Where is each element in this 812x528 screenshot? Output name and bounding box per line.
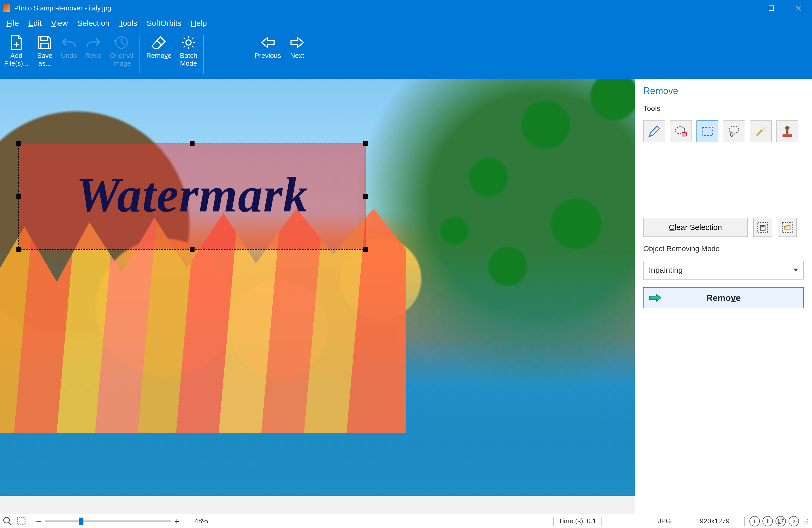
menu-file[interactable]: File xyxy=(6,19,19,28)
toolbar-separator xyxy=(140,35,140,74)
save-selection-button[interactable] xyxy=(753,218,772,237)
clear-selection-button[interactable]: Clear Selection xyxy=(643,218,748,237)
tools-label: Tools xyxy=(643,104,804,113)
resize-handle[interactable] xyxy=(190,141,194,146)
menu-edit[interactable]: Edit xyxy=(28,19,42,28)
fit-screen-icon[interactable] xyxy=(16,516,26,526)
svg-rect-6 xyxy=(41,44,49,48)
mode-label: Object Removing Mode xyxy=(643,245,804,253)
gear-icon xyxy=(181,33,197,52)
svg-point-29 xyxy=(785,126,789,130)
revert-icon xyxy=(114,33,129,52)
menu-help[interactable]: Help xyxy=(191,19,207,28)
thumbnail-strip[interactable] xyxy=(0,496,635,514)
svg-point-25 xyxy=(760,126,762,128)
zoom-icon[interactable] xyxy=(3,516,13,526)
svg-line-15 xyxy=(192,46,193,47)
info-icon[interactable]: i xyxy=(750,516,760,526)
svg-point-24 xyxy=(765,130,766,132)
original-image-label: Original Image xyxy=(110,52,133,67)
youtube-icon[interactable] xyxy=(788,516,799,526)
load-selection-icon xyxy=(781,221,793,233)
window-title: Photo Stamp Remover - italy.jpg xyxy=(14,4,111,12)
batch-mode-label: Batch Mode xyxy=(180,52,198,67)
zoom-slider-thumb[interactable] xyxy=(79,517,84,525)
app-icon xyxy=(3,4,11,12)
resize-handle[interactable] xyxy=(190,247,194,252)
svg-point-41 xyxy=(806,521,807,522)
side-panel: Remove Tools Clear S xyxy=(635,79,812,514)
chevron-down-icon xyxy=(794,268,798,272)
svg-line-14 xyxy=(184,38,185,39)
svg-point-40 xyxy=(807,523,808,524)
save-icon xyxy=(37,33,53,52)
svg-line-17 xyxy=(184,46,185,47)
svg-rect-20 xyxy=(702,127,713,136)
resize-grip-icon[interactable] xyxy=(802,518,809,525)
format-label: JPG xyxy=(658,517,671,525)
undo-label: Undo xyxy=(61,52,77,59)
svg-point-23 xyxy=(763,128,765,129)
maximize-button[interactable] xyxy=(758,0,785,16)
menu-selection[interactable]: Selection xyxy=(77,19,110,28)
panel-remove-button[interactable]: Remove xyxy=(643,287,804,308)
svg-point-39 xyxy=(807,521,808,522)
menu-softorbits[interactable]: SoftOrbits xyxy=(147,19,181,28)
batch-mode-button[interactable]: Batch Mode xyxy=(176,33,202,75)
remove-label: Remove xyxy=(146,52,172,59)
resize-handle[interactable] xyxy=(16,194,21,199)
clear-selection-label: Clear Selection xyxy=(669,223,722,232)
facebook-icon[interactable]: f xyxy=(763,516,773,526)
save-as-label: Save as... xyxy=(37,52,53,67)
ribbon-toolbar: Add File(s)... Save as... Undo Redo Orig… xyxy=(0,30,812,79)
save-as-button[interactable]: Save as... xyxy=(33,33,57,75)
selection-rectangle[interactable]: Watermark xyxy=(19,143,366,249)
svg-line-22 xyxy=(756,130,763,136)
photo-image xyxy=(0,79,635,496)
menu-tools[interactable]: Tools xyxy=(119,19,137,28)
load-selection-button[interactable] xyxy=(778,218,797,237)
close-button[interactable] xyxy=(785,0,812,16)
marker-icon xyxy=(647,124,661,138)
resize-handle[interactable] xyxy=(363,141,368,146)
mode-dropdown[interactable]: Inpainting xyxy=(643,261,804,279)
resize-handle[interactable] xyxy=(16,141,21,146)
stamp-icon xyxy=(780,124,794,138)
undo-button: Undo xyxy=(57,33,81,75)
zoom-in-button[interactable]: + xyxy=(174,518,179,524)
next-button[interactable]: Next xyxy=(285,33,309,75)
canvas[interactable]: Watermark xyxy=(0,79,635,496)
canvas-area: Watermark xyxy=(0,79,635,514)
free-select-tool[interactable] xyxy=(670,120,692,142)
time-label: Time (s): 0.1 xyxy=(559,517,596,525)
twitter-icon[interactable] xyxy=(775,516,786,526)
svg-line-16 xyxy=(192,38,193,39)
minimize-button[interactable] xyxy=(731,0,758,16)
original-image-button: Original Image xyxy=(106,33,137,75)
menu-view[interactable]: View xyxy=(51,19,68,28)
titlebar: Photo Stamp Remover - italy.jpg xyxy=(0,0,812,16)
resize-handle[interactable] xyxy=(16,247,21,252)
menubar: File Edit View Selection Tools SoftOrbit… xyxy=(0,16,812,30)
previous-button[interactable]: Previous xyxy=(250,33,285,75)
svg-rect-19 xyxy=(682,133,687,136)
resize-handle[interactable] xyxy=(363,247,368,252)
dimensions-label: 1920x1279 xyxy=(696,517,729,525)
lasso-tool[interactable] xyxy=(723,120,745,142)
zoom-out-button[interactable]: − xyxy=(36,518,42,524)
panel-remove-label: Remove xyxy=(706,293,741,303)
add-files-button[interactable]: Add File(s)... xyxy=(0,33,33,75)
svg-rect-30 xyxy=(758,222,768,232)
remove-button[interactable]: Remove xyxy=(142,33,176,75)
svg-point-21 xyxy=(729,126,739,133)
magic-wand-tool[interactable] xyxy=(750,120,772,142)
clone-stamp-tool[interactable] xyxy=(776,120,798,142)
marker-tool[interactable] xyxy=(643,120,665,142)
arrow-right-icon xyxy=(649,293,662,303)
svg-rect-32 xyxy=(762,225,764,227)
svg-rect-33 xyxy=(782,222,792,232)
resize-handle[interactable] xyxy=(363,194,368,199)
zoom-slider[interactable] xyxy=(45,520,171,522)
rectangle-select-tool[interactable] xyxy=(696,120,719,142)
rectangle-select-icon xyxy=(700,124,714,138)
